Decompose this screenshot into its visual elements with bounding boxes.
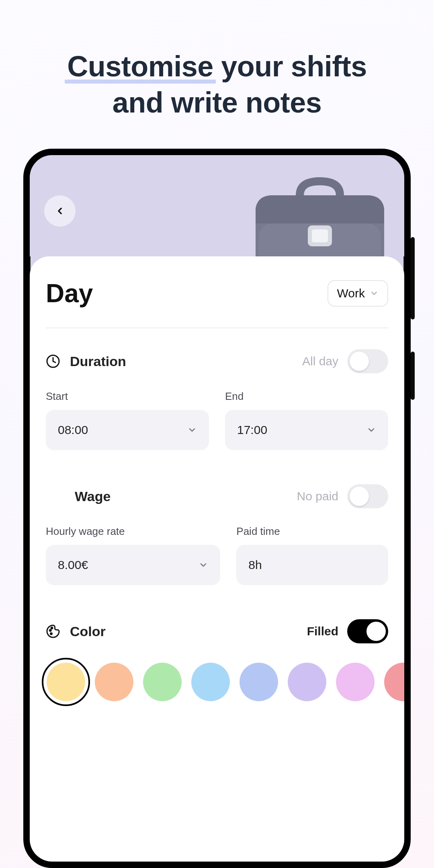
color-header-row: Color Filled bbox=[46, 619, 388, 643]
duration-label: Duration bbox=[70, 354, 126, 369]
chevron-down-icon bbox=[199, 560, 208, 570]
color-swatch[interactable] bbox=[384, 663, 411, 701]
hourly-rate-select[interactable]: 8.00€ bbox=[46, 545, 220, 585]
wage-fields: Hourly wage rate 8.00€ Paid time 8h bbox=[46, 525, 388, 585]
color-swatch[interactable] bbox=[95, 663, 133, 701]
shift-type-select[interactable]: Work bbox=[328, 280, 388, 307]
color-swatch[interactable] bbox=[240, 663, 278, 701]
color-swatch[interactable] bbox=[336, 663, 375, 701]
paid-time-field: Paid time 8h bbox=[236, 525, 388, 585]
svg-rect-4 bbox=[312, 229, 328, 242]
end-label: End bbox=[225, 390, 388, 403]
end-field: End 17:00 bbox=[225, 390, 388, 450]
wage-label: Wage bbox=[75, 489, 111, 504]
phone-power-button bbox=[411, 352, 415, 400]
filled-toggle-group: Filled bbox=[307, 619, 388, 643]
all-day-toggle[interactable] bbox=[347, 349, 388, 373]
wage-header: Wage bbox=[46, 489, 111, 504]
no-paid-toggle[interactable] bbox=[347, 484, 388, 508]
filled-label: Filled bbox=[307, 624, 338, 638]
promo-headline: Customise your shifts and write notes bbox=[0, 0, 434, 121]
all-day-toggle-group: All day bbox=[302, 349, 388, 373]
end-time-value: 17:00 bbox=[237, 423, 267, 437]
svg-point-8 bbox=[51, 633, 52, 635]
no-paid-label: No paid bbox=[297, 489, 338, 503]
hourly-rate-label: Hourly wage rate bbox=[46, 525, 220, 538]
phone-volume-button bbox=[411, 237, 415, 319]
clock-icon bbox=[46, 354, 60, 368]
color-swatch[interactable] bbox=[47, 663, 85, 701]
back-button[interactable] bbox=[44, 195, 76, 227]
app-screen: Day Work Duration All day bbox=[30, 155, 404, 862]
title-row: Day Work bbox=[46, 278, 388, 308]
start-time-select[interactable]: 08:00 bbox=[46, 410, 209, 450]
color-label: Color bbox=[70, 624, 106, 639]
hourly-rate-value: 8.00€ bbox=[58, 558, 88, 572]
color-swatch[interactable] bbox=[288, 663, 326, 701]
end-time-select[interactable]: 17:00 bbox=[225, 410, 388, 450]
divider bbox=[46, 328, 388, 328]
start-label: Start bbox=[46, 390, 209, 403]
page-title: Day bbox=[46, 278, 93, 308]
color-swatch[interactable] bbox=[191, 663, 230, 701]
start-time-value: 08:00 bbox=[58, 423, 88, 437]
start-field: Start 08:00 bbox=[46, 390, 209, 450]
chevron-down-icon bbox=[366, 425, 376, 435]
svg-point-6 bbox=[49, 630, 51, 631]
duration-header: Duration bbox=[46, 354, 126, 369]
phone-mockup: Day Work Duration All day bbox=[23, 149, 411, 868]
chevron-down-icon bbox=[370, 289, 379, 298]
svg-point-7 bbox=[51, 627, 53, 629]
promo-line2: and write notes bbox=[113, 86, 322, 119]
duration-header-row: Duration All day bbox=[46, 349, 388, 373]
palette-icon bbox=[46, 624, 60, 639]
hero-header bbox=[30, 155, 404, 256]
filled-toggle[interactable] bbox=[347, 619, 388, 643]
wage-header-row: Wage No paid bbox=[46, 484, 388, 508]
chevron-left-icon bbox=[55, 206, 65, 216]
chevron-down-icon bbox=[187, 425, 197, 435]
color-swatch[interactable] bbox=[143, 663, 182, 701]
paid-time-value: 8h bbox=[248, 558, 262, 572]
promo-line1-rest: your shifts bbox=[213, 50, 367, 82]
color-swatches bbox=[46, 663, 388, 701]
paid-time-input[interactable]: 8h bbox=[236, 545, 388, 585]
shift-type-value: Work bbox=[337, 287, 365, 300]
time-fields: Start 08:00 End 17:00 bbox=[46, 390, 388, 450]
content-sheet: Day Work Duration All day bbox=[30, 256, 404, 862]
hourly-rate-field: Hourly wage rate 8.00€ bbox=[46, 525, 220, 585]
no-paid-toggle-group: No paid bbox=[297, 484, 388, 508]
color-header: Color bbox=[46, 624, 106, 639]
promo-highlight: Customise bbox=[67, 48, 213, 84]
all-day-label: All day bbox=[302, 354, 338, 368]
paid-time-label: Paid time bbox=[236, 525, 388, 538]
